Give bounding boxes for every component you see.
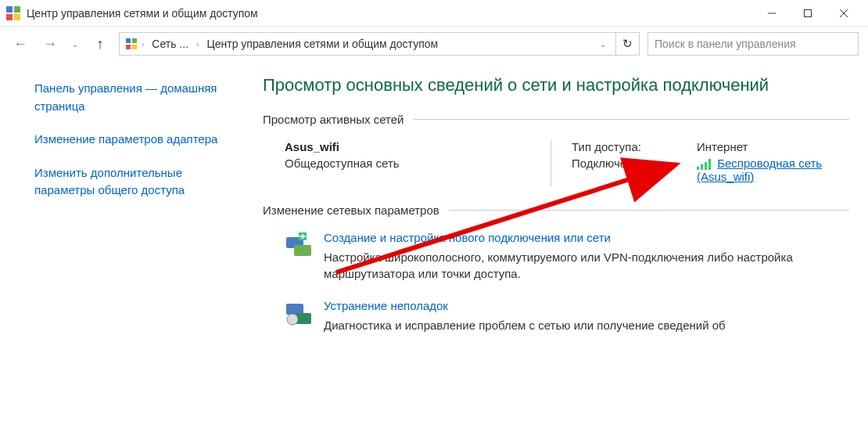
- task-troubleshoot-link[interactable]: Устранение неполадок: [324, 299, 726, 312]
- svg-rect-21: [286, 304, 303, 315]
- svg-rect-11: [132, 45, 137, 49]
- svg-rect-8: [126, 38, 131, 43]
- svg-rect-1: [14, 6, 20, 13]
- svg-rect-2: [6, 14, 13, 20]
- address-dropdown-icon[interactable]: ⌄: [595, 40, 611, 49]
- change-settings-legend: Изменение сетевых параметров: [263, 203, 439, 217]
- svg-rect-0: [6, 6, 13, 13]
- sidebar: Панель управления — домашняя страница Из…: [0, 61, 235, 443]
- active-networks-legend: Просмотр активных сетей: [263, 113, 404, 126]
- task-item: Устранение неполадок Диагностика и испра…: [263, 299, 849, 333]
- sidebar-link-home[interactable]: Панель управления — домашняя страница: [34, 80, 219, 115]
- svg-rect-10: [126, 45, 131, 49]
- divider: [449, 210, 849, 211]
- task-new-connection-link[interactable]: Создание и настройка нового подключения …: [324, 231, 849, 244]
- svg-point-23: [287, 314, 298, 325]
- page-heading: Просмотр основных сведений о сети и наст…: [263, 75, 849, 95]
- nav-history-dropdown[interactable]: ⌄: [69, 33, 81, 55]
- svg-rect-15: [708, 159, 711, 170]
- network-category: Общедоступная сеть: [285, 157, 551, 170]
- breadcrumb-network[interactable]: Сеть ...: [147, 38, 193, 50]
- titlebar: Центр управления сетями и общим доступом: [0, 0, 868, 27]
- sidebar-link-sharing-settings[interactable]: Изменить дополнительные параметры общего…: [34, 164, 219, 200]
- svg-rect-13: [701, 164, 703, 170]
- svg-rect-5: [805, 9, 812, 16]
- task-item: Создание и настройка нового подключения …: [263, 231, 849, 282]
- wifi-signal-icon: [697, 159, 711, 170]
- connections-label: Подключения:: [572, 157, 697, 170]
- breadcrumb-bar[interactable]: › Сеть ... › Центр управления сетями и о…: [119, 32, 616, 56]
- svg-rect-20: [299, 236, 306, 237]
- access-type-label: Тип доступа:: [572, 140, 697, 153]
- content: Панель управления — домашняя страница Из…: [0, 61, 868, 443]
- new-connection-icon: [285, 231, 313, 259]
- nav-forward-button[interactable]: →: [39, 33, 61, 55]
- main-panel: Просмотр основных сведений о сети и наст…: [235, 61, 868, 443]
- access-type-value: Интернет: [697, 140, 849, 153]
- change-network-settings-group: Изменение сетевых параметров Создание и …: [263, 203, 849, 333]
- window-title: Центр управления сетями и общим доступом: [27, 7, 754, 20]
- maximize-button[interactable]: [790, 2, 826, 24]
- svg-rect-9: [132, 38, 137, 43]
- network-location-icon: [124, 37, 138, 51]
- divider: [413, 119, 849, 120]
- minimize-button[interactable]: [754, 2, 790, 24]
- address-bar: ← → ⌄ ↑ › Сеть ... › Центр управления се…: [0, 27, 868, 61]
- breadcrumb-current[interactable]: Центр управления сетями и общим доступом: [202, 38, 443, 50]
- svg-rect-17: [294, 245, 311, 256]
- chevron-right-icon: ›: [142, 40, 144, 49]
- task-troubleshoot-desc: Диагностика и исправление проблем с сеть…: [324, 317, 726, 333]
- chevron-right-icon: ›: [196, 40, 199, 49]
- search-input[interactable]: Поиск в панели управления: [647, 32, 859, 56]
- network-row: Asus_wifi Общедоступная сеть Тип доступа…: [263, 140, 849, 186]
- nav-up-button[interactable]: ↑: [89, 33, 111, 55]
- task-new-connection-desc: Настройка широкополосного, коммутируемог…: [324, 249, 849, 282]
- connection-link[interactable]: Беспроводная сеть (Asus_wifi): [697, 157, 822, 183]
- nav-back-button[interactable]: ←: [9, 33, 31, 55]
- active-networks-group: Просмотр активных сетей Asus_wifi Общедо…: [263, 113, 849, 186]
- app-icon: [6, 6, 20, 20]
- svg-rect-14: [705, 162, 707, 170]
- close-button[interactable]: [826, 2, 862, 24]
- troubleshoot-icon: [285, 299, 313, 327]
- svg-rect-3: [14, 14, 20, 20]
- network-name: Asus_wifi: [285, 140, 551, 153]
- sidebar-link-adapter-settings[interactable]: Изменение параметров адаптера: [34, 131, 219, 149]
- refresh-button[interactable]: ↻: [616, 32, 640, 56]
